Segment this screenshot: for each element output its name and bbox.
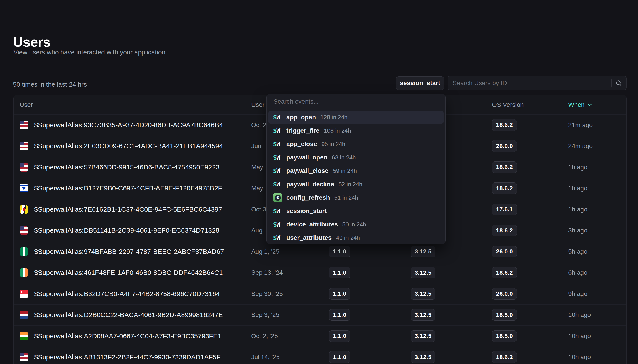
in-flag-detail <box>23 335 25 338</box>
event-item-paywall_decline[interactable]: $Wpaywall_decline52 in 24h <box>268 178 444 191</box>
user-alias: $SuperwallAlias:93C73B35-A937-4D20-86DB-… <box>34 121 223 129</box>
superwall-event-icon: $W <box>273 154 286 161</box>
event-count: 51 in 24h <box>335 194 358 201</box>
last-seen-value: 10h ago <box>568 354 591 361</box>
il-flag-detail <box>22 187 26 190</box>
event-name: config_refresh <box>286 194 330 201</box>
event-item-trigger_fire[interactable]: $Wtrigger_fire108 in 24h <box>268 124 444 137</box>
os-version-badge: 17.6.1 <box>492 204 517 215</box>
dollar-glyph: $ <box>273 154 276 161</box>
os-version-badge: 26.0.0 <box>492 140 517 152</box>
event-item-session_start[interactable]: $Wsession_start <box>268 204 444 218</box>
last-seen-value: 1h ago <box>568 185 587 192</box>
table-row[interactable]: $SuperwallAlias:A2D08AA7-0667-4C04-A7F3-… <box>14 325 626 346</box>
us-flag-icon <box>20 163 28 172</box>
sdk-version-badge: 3.12.5 <box>411 288 436 300</box>
os-version-badge: 18.6.2 <box>492 119 517 131</box>
user-since-value: May <box>251 185 263 192</box>
dollar-glyph: $ <box>273 207 276 215</box>
us-flag-icon <box>20 121 28 129</box>
config-refresh-icon: ⚙ <box>273 193 286 202</box>
superwall-event-icon: $W <box>273 114 286 121</box>
table-row[interactable]: $SuperwallAlias:461F48FE-1AF0-46B0-8DBC-… <box>14 262 626 284</box>
dollar-glyph: $ <box>273 180 276 188</box>
user-since-value: Oct 2, '25 <box>251 332 278 340</box>
dollar-glyph: $ <box>273 127 276 134</box>
when-column-label: When <box>568 101 584 108</box>
event-item-device_attributes[interactable]: $Wdevice_attributes50 in 24h <box>268 218 444 231</box>
event-count: 68 in 24h <box>332 154 356 161</box>
ng-flag-icon <box>20 248 28 256</box>
us-flag-detail <box>20 142 24 146</box>
event-name: paywall_open <box>286 154 328 161</box>
last-seen-value: 10h ago <box>568 332 591 340</box>
app-version-badge: 1.1.0 <box>329 330 350 342</box>
os-version-badge: 18.6.2 <box>492 351 517 363</box>
users-page: Users View users who have interacted wit… <box>0 0 638 364</box>
event-name: trigger_fire <box>286 127 320 134</box>
event-count: 49 in 24h <box>336 234 360 242</box>
us-flag-icon <box>20 226 28 235</box>
user-alias: $SuperwallAlias:DB51141B-2C39-4061-9EF0-… <box>34 227 219 234</box>
os-version-badge: 26.0.0 <box>492 246 517 258</box>
event-item-app_close[interactable]: $Wapp_close95 in 24h <box>268 137 444 151</box>
dollar-glyph: $ <box>273 167 276 175</box>
event-search-input[interactable] <box>267 94 445 109</box>
user-alias: $SuperwallAlias:7E6162B1-1C37-4C0E-94FC-… <box>34 206 222 213</box>
app-version-badge: 1.1.0 <box>329 246 350 258</box>
event-count: 50 in 24h <box>342 221 366 228</box>
dollar-glyph: $ <box>273 221 276 228</box>
event-count: 108 in 24h <box>324 127 351 134</box>
search-divider <box>611 79 612 87</box>
event-name: session_start <box>286 208 327 214</box>
event-item-paywall_close[interactable]: $Wpaywall_close59 in 24h <box>268 164 444 178</box>
event-item-config_refresh[interactable]: ⚙config_refresh51 in 24h <box>268 191 444 204</box>
sdk-version-badge: 3.12.5 <box>411 309 436 321</box>
event-count: 128 in 24h <box>320 114 347 121</box>
table-row[interactable]: $SuperwallAlias:B32D7CB0-A4F7-44B2-8758-… <box>14 283 626 304</box>
us-flag-icon <box>20 142 28 150</box>
event-filter-button[interactable]: session_start <box>396 76 444 90</box>
bn-flag-icon <box>20 205 28 214</box>
event-search-field <box>267 94 445 110</box>
last-seen-value: 1h ago <box>568 164 587 171</box>
event-name: app_close <box>286 140 317 148</box>
sg-flag-icon <box>20 290 28 298</box>
event-name: app_open <box>286 114 316 121</box>
event-count-text: 50 times in the last 24 hrs <box>13 81 87 88</box>
superwall-event-icon: $W <box>273 234 286 242</box>
superwall-event-icon: $W <box>273 207 286 215</box>
search-icon[interactable] <box>615 80 622 87</box>
superwall-event-icon: $W <box>273 167 286 175</box>
event-item-user_attributes[interactable]: $Wuser_attributes49 in 24h <box>268 231 444 244</box>
app-version-badge: 1.1.0 <box>329 309 350 321</box>
user-alias: $SuperwallAlias:D2B0CC22-BACA-4061-9B2D-… <box>34 311 223 319</box>
in-flag-icon <box>20 332 28 340</box>
table-row[interactable]: $SuperwallAlias:AB1313F2-2B2F-44C7-9930-… <box>14 346 626 364</box>
event-search-dropdown: $Wapp_open128 in 24h$Wtrigger_fire108 in… <box>266 94 446 244</box>
os-version-badge: 18.5.0 <box>492 309 517 321</box>
sdk-version-badge: 3.12.5 <box>411 246 436 258</box>
user-alias: $SuperwallAlias:B32D7CB0-A4F7-44B2-8758-… <box>34 290 220 298</box>
superwall-event-icon: $W <box>273 127 286 134</box>
event-item-app_open[interactable]: $Wapp_open128 in 24h <box>268 110 444 124</box>
event-item-paywall_open[interactable]: $Wpaywall_open68 in 24h <box>268 151 444 164</box>
bn-flag-detail <box>23 208 25 211</box>
user-search-input[interactable] <box>448 76 626 90</box>
il-flag-detail <box>20 185 28 186</box>
app-version-badge: 1.1.0 <box>329 288 350 300</box>
user-search-box <box>448 76 626 90</box>
event-count: 59 in 24h <box>333 168 357 174</box>
superwall-event-icon: $W <box>273 221 286 228</box>
event-list: $Wapp_open128 in 24h$Wtrigger_fire108 in… <box>267 110 445 244</box>
table-row[interactable]: $SuperwallAlias:D2B0CC22-BACA-4061-9B2D-… <box>14 304 626 326</box>
user-since-value: Jun <box>251 142 261 150</box>
sg-flag-detail <box>22 290 25 293</box>
event-name: device_attributes <box>286 221 338 228</box>
user-since-value: Aug 1, '25 <box>251 248 279 255</box>
page-title: Users <box>13 34 50 50</box>
sdk-version-badge: 3.12.5 <box>411 330 436 342</box>
when-sort-header[interactable]: When <box>568 101 593 108</box>
page-subtitle: View users who have interacted with your… <box>14 49 165 56</box>
user-since-value: Oct 3 <box>251 206 266 213</box>
